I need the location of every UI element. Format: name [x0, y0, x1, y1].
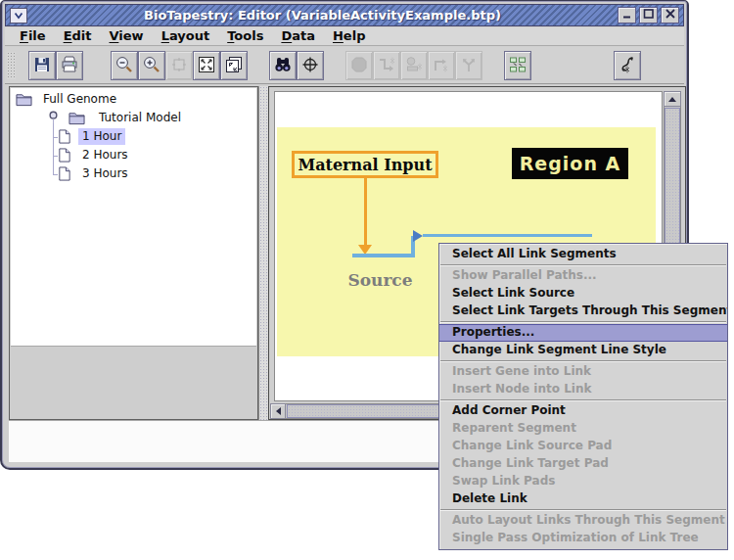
menubar-item-view[interactable]: View [101, 27, 153, 45]
maximize-icon [642, 8, 656, 23]
save-icon [32, 55, 52, 77]
menu-item-swap-link-pads: Swap Link Pads [439, 473, 727, 490]
draw-link-icon [377, 55, 396, 77]
change-link-style-button[interactable] [614, 51, 641, 80]
change-pad-button [428, 51, 455, 80]
link-arrowhead-icon [413, 230, 423, 242]
selected-link-segment[interactable] [423, 234, 592, 237]
screen: BioTapestry: Editor (VariableActivityExa… [0, 0, 734, 560]
add-node-button [400, 51, 428, 80]
minimize-button[interactable] [618, 7, 636, 23]
scroll-up-button[interactable] [664, 91, 681, 107]
add-gene-icon [349, 55, 369, 77]
menu-item-properties[interactable]: Properties... [439, 324, 727, 342]
zoom-to-all-models-icon [224, 55, 244, 77]
add-gene-button [345, 51, 373, 80]
folder-icon [15, 91, 33, 111]
tree-row-2-hours[interactable]: 2 Hours [11, 146, 256, 164]
menubar-item-data[interactable]: Data [272, 27, 324, 45]
zoom-in-icon [142, 55, 161, 77]
menu-separator [440, 321, 726, 323]
change-link-style-icon [618, 55, 637, 77]
toolbar [5, 47, 684, 84]
scroll-left-button[interactable] [270, 403, 286, 419]
menu-separator [440, 399, 726, 401]
menu-item-change-link-source-pad: Change Link Source Pad [439, 438, 727, 455]
folder-icon [68, 110, 86, 129]
source-gene-baseline[interactable] [352, 254, 415, 257]
menu-item-reparent-segment: Reparent Segment [439, 420, 727, 438]
window-controls [618, 7, 679, 23]
menu-separator [440, 360, 726, 362]
titlebar: BioTapestry: Editor (VariableActivityExa… [5, 4, 684, 26]
menu-separator [440, 509, 726, 511]
maternal-input-node[interactable]: Maternal Input [292, 151, 438, 178]
close-icon [664, 8, 677, 23]
tree-label[interactable]: Tutorial Model [95, 110, 185, 126]
minimize-icon [620, 8, 634, 23]
tree-row-full-genome[interactable]: Full Genome [11, 90, 256, 109]
draw-link-button [373, 51, 400, 80]
close-button[interactable] [661, 7, 679, 23]
menu-item-select-link-source[interactable]: Select Link Source [439, 285, 727, 303]
tree-expand-handle-icon[interactable] [47, 110, 60, 127]
zoom-to-model-button [165, 51, 193, 80]
zoom-out-button[interactable] [111, 51, 138, 80]
center-on-workspace-icon [300, 55, 320, 77]
save-button[interactable] [28, 51, 56, 80]
menu-item-select-all-link-segments[interactable]: Select All Link Segments [439, 246, 727, 263]
zoom-in-button[interactable] [138, 51, 165, 80]
tree-row-tutorial-model[interactable]: Tutorial Model [11, 109, 256, 127]
document-icon [57, 165, 71, 185]
model-tree: Full GenomeTutorial Model1 Hour2 Hours3 … [11, 88, 256, 347]
menu-separator [440, 264, 726, 266]
link-segment-context-menu: Select All Link SegmentsShow Parallel Pa… [438, 243, 728, 550]
print-icon [60, 55, 79, 77]
link-tree-icon [459, 55, 479, 77]
source-node-label[interactable]: Source [329, 270, 432, 290]
window-title: BioTapestry: Editor (VariableActivityExa… [27, 8, 618, 23]
print-button[interactable] [56, 51, 83, 80]
add-node-icon [404, 55, 424, 77]
menubar-item-edit[interactable]: Edit [55, 27, 101, 45]
menubar-item-tools[interactable]: Tools [218, 27, 272, 45]
tree-label[interactable]: 2 Hours [78, 147, 132, 163]
toolbar-drag-handle[interactable] [7, 52, 16, 79]
menu-item-delete-link[interactable]: Delete Link [439, 490, 727, 508]
zoom-to-fit-workspace-button[interactable] [193, 51, 220, 80]
zoom-out-icon [115, 55, 134, 77]
tree-row-1-hour[interactable]: 1 Hour [11, 127, 256, 146]
region-a-label[interactable]: Region A [512, 148, 628, 179]
tree-label[interactable]: Full Genome [39, 91, 120, 108]
document-icon [57, 128, 71, 148]
menubar: FileEditViewLayoutToolsDataHelp [5, 27, 684, 46]
center-on-workspace-button[interactable] [297, 51, 324, 80]
menu-item-single-pass-optimization-of-link-tree: Single Pass Optimization of Link Tree [439, 530, 727, 547]
maternal-input-link-line[interactable] [364, 178, 367, 245]
menu-item-insert-node-into-link: Insert Node into Link [439, 381, 727, 398]
menu-item-insert-gene-into-link: Insert Gene into Link [439, 363, 727, 381]
link-tree-button [455, 51, 482, 80]
tree-label[interactable]: 1 Hour [78, 128, 125, 145]
tree-row-3-hours[interactable]: 3 Hours [11, 164, 256, 183]
maximize-button[interactable] [639, 7, 658, 23]
zoom-to-fit-workspace-icon [197, 55, 216, 77]
menubar-item-file[interactable]: File [11, 27, 55, 45]
system-menu-icon[interactable] [10, 8, 27, 23]
menu-item-auto-layout-links-through-this-segment: Auto Layout Links Through This Segment [439, 512, 727, 530]
menu-item-show-parallel-paths: Show Parallel Paths... [439, 267, 727, 285]
toggle-pads-button[interactable] [504, 51, 531, 80]
zoom-to-model-icon [169, 55, 189, 77]
menubar-item-help[interactable]: Help [324, 27, 374, 45]
toggle-pads-icon [508, 55, 528, 77]
model-tree-panel: Full GenomeTutorial Model1 Hour2 Hours3 … [9, 86, 258, 420]
zoom-to-all-models-button[interactable] [220, 51, 248, 80]
menu-item-change-link-segment-line-style[interactable]: Change Link Segment Line Style [439, 342, 727, 359]
menu-item-select-link-targets-through-this-segment[interactable]: Select Link Targets Through This Segment [439, 303, 727, 320]
tree-label[interactable]: 3 Hours [78, 165, 132, 182]
search-button[interactable] [269, 51, 297, 80]
change-pad-icon [432, 55, 451, 77]
menu-item-add-corner-point[interactable]: Add Corner Point [439, 402, 727, 420]
search-icon [273, 55, 293, 77]
menubar-item-layout[interactable]: Layout [153, 27, 219, 45]
